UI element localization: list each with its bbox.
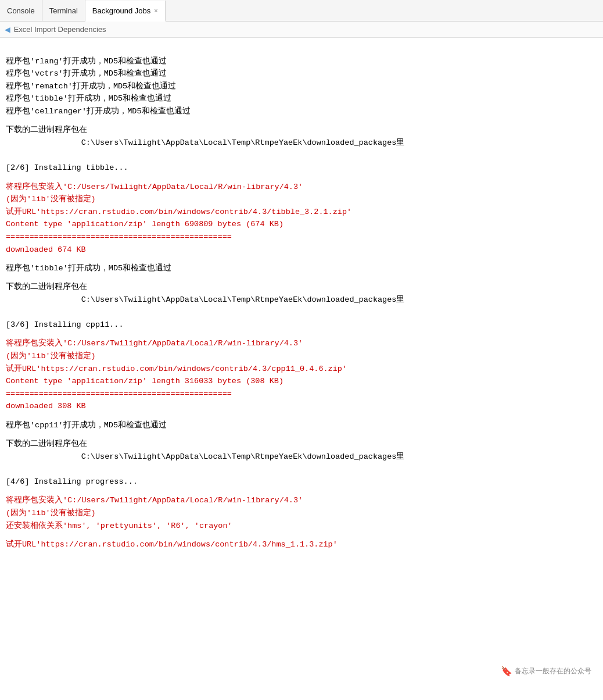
console-line: ========================================… — [6, 231, 597, 244]
tab-close-icon[interactable]: × — [154, 7, 157, 14]
tab-bar: Console Terminal Background Jobs × — [0, 0, 603, 22]
console-line: 程序包'cpp11'打开成功，MD5和检查也通过 — [6, 419, 597, 432]
console-line: Content type 'application/zip' length 31… — [6, 375, 597, 388]
console-line — [6, 256, 597, 262]
breadcrumb-back-icon[interactable]: ◀ — [5, 24, 10, 35]
console-line: 程序包'tibble'打开成功，MD5和检查也通过 — [6, 262, 597, 275]
console-line: C:\Users\Twilight\AppData\Local\Temp\Rtm… — [6, 137, 597, 149]
tab-console[interactable]: Console — [0, 0, 42, 21]
console-line — [6, 149, 597, 156]
console-line: (因为'lib'没有被指定) — [6, 350, 597, 363]
tab-terminal-label: Terminal — [49, 6, 78, 15]
console-line — [6, 488, 597, 495]
console-line: [2/6] Installing tibble... — [6, 162, 597, 174]
console-line — [6, 306, 597, 312]
console-line: 下载的二进制程序包在 — [6, 438, 597, 451]
tab-background-jobs[interactable]: Background Jobs × — [85, 1, 166, 22]
console-line: 还安装相依关系'hms', 'prettyunits', 'R6', 'cray… — [6, 520, 597, 533]
console-line: 程序包'cellranger'打开成功，MD5和检查也通过 — [6, 105, 597, 118]
console-line: Content type 'application/zip' length 69… — [6, 218, 597, 231]
console-line — [6, 274, 597, 281]
console-line: downloaded 308 KB — [6, 400, 597, 413]
console-line — [6, 463, 597, 469]
tab-console-label: Console — [7, 6, 35, 15]
console-line: 将程序包安装入'C:/Users/Twilight/AppData/Local/… — [6, 494, 597, 507]
console-line: 试开URL'https://cran.rstudio.com/bin/windo… — [6, 363, 597, 376]
console-line: [4/6] Installing progress... — [6, 476, 597, 488]
watermark: 🔖 备忘录一般存在的公众号 — [501, 666, 591, 677]
console-line: 程序包'vctrs'打开成功，MD5和检查也通过 — [6, 67, 597, 80]
console-line: 下载的二进制程序包在 — [6, 281, 597, 294]
watermark-text: 备忘录一般存在的公众号 — [515, 666, 591, 676]
console-output: 程序包'rlang'打开成功，MD5和检查也通过程序包'vctrs'打开成功，M… — [0, 38, 603, 556]
console-line: ========================================… — [6, 388, 597, 401]
console-line: C:\Users\Twilight\AppData\Local\Temp\Rtm… — [6, 294, 597, 306]
console-line: (因为'lib'没有被指定) — [6, 507, 597, 520]
console-line: C:\Users\Twilight\AppData\Local\Temp\Rtm… — [6, 451, 597, 463]
console-line — [6, 431, 597, 438]
console-line — [6, 312, 597, 319]
console-line: 试开URL'https://cran.rstudio.com/bin/windo… — [6, 538, 597, 551]
console-line: 将程序包安装入'C:/Users/Twilight/AppData/Local/… — [6, 337, 597, 350]
console-line: 将程序包安装入'C:/Users/Twilight/AppData/Local/… — [6, 181, 597, 194]
watermark-icon: 🔖 — [501, 666, 512, 677]
breadcrumb-label: Excel Import Dependencies — [14, 25, 106, 34]
console-line: [3/6] Installing cpp11... — [6, 319, 597, 331]
tab-background-jobs-label: Background Jobs — [92, 6, 150, 15]
console-line — [6, 413, 597, 419]
console-line: downloaded 674 KB — [6, 244, 597, 256]
console-line: 下载的二进制程序包在 — [6, 124, 597, 137]
console-line: 程序包'rlang'打开成功，MD5和检查也通过 — [6, 55, 597, 68]
tab-terminal[interactable]: Terminal — [42, 0, 85, 21]
breadcrumb-bar: ◀ Excel Import Dependencies — [0, 22, 603, 38]
console-line — [6, 118, 597, 124]
console-line: 程序包'rematch'打开成功，MD5和检查也通过 — [6, 80, 597, 93]
console-line — [6, 532, 597, 538]
console-line: 程序包'tibble'打开成功，MD5和检查也通过 — [6, 92, 597, 105]
console-line: (因为'lib'没有被指定) — [6, 193, 597, 206]
console-line — [6, 155, 597, 162]
console-line: 试开URL'https://cran.rstudio.com/bin/windo… — [6, 206, 597, 219]
console-line — [6, 331, 597, 338]
console-line — [6, 174, 597, 181]
console-line — [6, 469, 597, 476]
